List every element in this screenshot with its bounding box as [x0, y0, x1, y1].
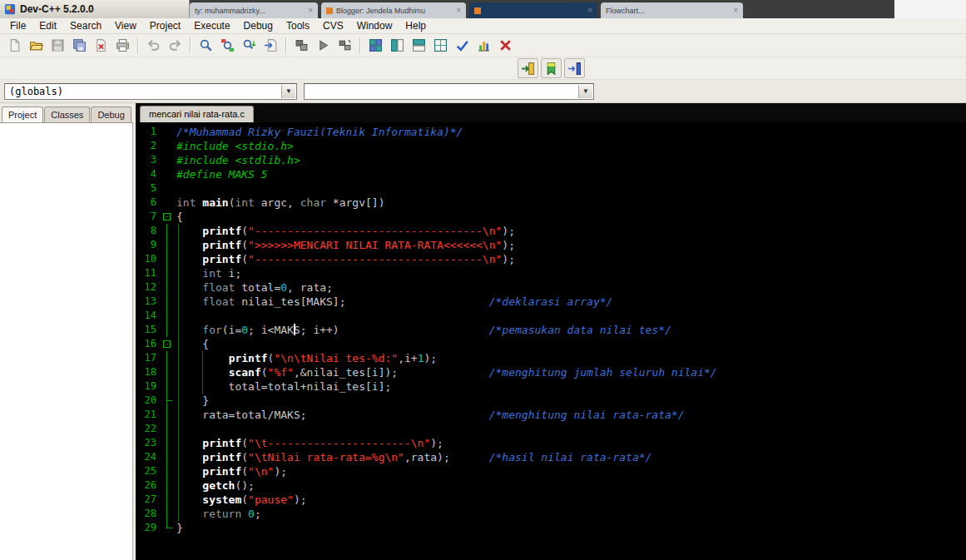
code-line[interactable]: 9 printf(">>>>>>MENCARI NILAI RATA-RATA<…: [136, 238, 966, 252]
code-line[interactable]: 14: [136, 309, 966, 323]
menu-view[interactable]: View: [108, 18, 143, 33]
titlebar[interactable]: Dev-C++ 5.2.0.0: [0, 0, 190, 18]
toggle-bookmark-button[interactable]: [541, 58, 562, 78]
tab-debug[interactable]: Debug: [91, 107, 131, 122]
close-icon[interactable]: ×: [451, 6, 461, 15]
line-number[interactable]: 18: [136, 365, 161, 379]
line-number[interactable]: 5: [136, 181, 161, 196]
code-text[interactable]: rata=total/MAKS; /*menghitung nilai rata…: [174, 408, 685, 422]
fold-margin[interactable]: [161, 379, 174, 394]
fold-margin[interactable]: -: [161, 337, 174, 351]
code-text[interactable]: printf("\n\tNilai tes-%d:",i+1);: [174, 351, 437, 365]
code-line[interactable]: 13 float nilai_tes[MAKS]; /*deklarasi ar…: [136, 295, 966, 309]
remove-from-project-button[interactable]: [387, 36, 408, 56]
code-text[interactable]: system("pause");: [174, 493, 307, 507]
code-line[interactable]: 1/*Muhammad Rizky Fauzi(Teknik Informati…: [136, 125, 966, 139]
code-line[interactable]: 4#define MAKS 5: [136, 167, 966, 181]
browser-tab[interactable]: Flowchart... ×: [601, 2, 743, 18]
code-text[interactable]: float nilai_tes[MAKS]; /*deklarasi array…: [174, 295, 612, 309]
code-text[interactable]: }: [174, 521, 183, 535]
code-text[interactable]: scanf("%f",&nilai_tes[i]); /*menghitung …: [174, 365, 717, 379]
print-button[interactable]: [112, 36, 133, 56]
fold-margin[interactable]: [161, 139, 174, 153]
run-button[interactable]: [313, 36, 334, 56]
code-line[interactable]: 18 scanf("%f",&nilai_tes[i]); /*menghitu…: [136, 365, 966, 379]
code-text[interactable]: printf("--------------------------------…: [174, 224, 515, 238]
code-line[interactable]: 29}: [136, 521, 966, 535]
close-icon[interactable]: ×: [728, 6, 738, 15]
line-number[interactable]: 13: [136, 295, 161, 309]
menu-file[interactable]: File: [3, 18, 32, 33]
redo-button[interactable]: [165, 36, 186, 56]
tab-classes[interactable]: Classes: [44, 107, 90, 122]
code-text[interactable]: /*Muhammad Rizky Fauzi(Teknik Informatik…: [174, 125, 463, 139]
fold-margin[interactable]: [161, 478, 174, 493]
line-number[interactable]: 10: [136, 252, 161, 266]
close-icon[interactable]: ×: [582, 6, 592, 15]
menu-help[interactable]: Help: [399, 18, 433, 33]
close-file-button[interactable]: [91, 36, 111, 56]
find-next-button[interactable]: [239, 36, 260, 56]
save-button[interactable]: [47, 36, 68, 56]
fold-margin[interactable]: [161, 436, 174, 450]
code-text[interactable]: #include <stdlib.h>: [174, 153, 300, 167]
compile-button[interactable]: [291, 36, 312, 56]
code-line[interactable]: 21 rata=total/MAKS; /*menghitung nilai r…: [136, 408, 966, 422]
browser-tab[interactable]: ×: [469, 2, 597, 18]
replace-button[interactable]: [217, 36, 238, 56]
menu-project[interactable]: Project: [143, 18, 187, 33]
code-line[interactable]: 28 return 0;: [136, 507, 966, 521]
line-number[interactable]: 26: [136, 478, 161, 493]
add-to-project-button[interactable]: [365, 36, 386, 56]
menu-search[interactable]: Search: [63, 18, 108, 33]
code-text[interactable]: total=total+nilai_tes[i];: [174, 379, 391, 394]
code-text[interactable]: printf("\t----------------------\n");: [174, 436, 443, 450]
line-number[interactable]: 28: [136, 507, 161, 521]
project-tree[interactable]: [0, 122, 133, 560]
fold-margin[interactable]: [161, 224, 174, 238]
fold-margin[interactable]: [161, 521, 174, 535]
code-line[interactable]: 22: [136, 422, 966, 436]
fold-margin[interactable]: [161, 252, 174, 266]
code-text[interactable]: for(i=0; i<MAKS; i++) /*pemasukan data n…: [174, 323, 671, 337]
code-text[interactable]: [174, 422, 176, 436]
line-number[interactable]: 8: [136, 224, 161, 238]
line-number[interactable]: 21: [136, 408, 161, 422]
line-number[interactable]: 24: [136, 450, 161, 464]
code-line[interactable]: 7-{: [136, 210, 966, 224]
code-line[interactable]: 17 printf("\n\tNilai tes-%d:",i+1);: [136, 351, 966, 365]
code-text[interactable]: float total=0, rata;: [174, 280, 333, 295]
line-number[interactable]: 22: [136, 422, 161, 436]
code-line[interactable]: 23 printf("\t----------------------\n");: [136, 436, 966, 450]
code-line[interactable]: 6int main(int argc, char *argv[]): [136, 196, 966, 210]
menu-tools[interactable]: Tools: [280, 18, 316, 33]
line-number[interactable]: 12: [136, 280, 161, 295]
line-number[interactable]: 7: [136, 210, 161, 224]
line-number[interactable]: 23: [136, 436, 161, 450]
fold-margin[interactable]: [161, 309, 174, 323]
fold-margin[interactable]: [161, 125, 174, 139]
fold-margin[interactable]: [161, 238, 174, 252]
code-text[interactable]: {: [174, 210, 183, 224]
goto-line-button[interactable]: [260, 36, 281, 56]
fold-margin[interactable]: [161, 167, 174, 181]
editor-tab[interactable]: mencari nilai rata-rata.c: [140, 106, 254, 122]
globals-combobox[interactable]: (globals) ▼: [4, 83, 297, 100]
line-number[interactable]: 11: [136, 266, 161, 280]
code-line[interactable]: 15 for(i=0; i<MAKS; i++) /*pemasukan dat…: [136, 323, 966, 337]
fold-margin[interactable]: [161, 295, 174, 309]
fold-margin[interactable]: [161, 422, 174, 436]
fold-margin[interactable]: [161, 464, 174, 478]
chevron-down-icon[interactable]: ▼: [281, 85, 295, 98]
code-line[interactable]: 24 printf("\tNilai rata-rata=%g\n",rata)…: [136, 450, 966, 464]
fold-margin[interactable]: [161, 408, 174, 422]
code-text[interactable]: {: [174, 337, 209, 351]
new-source-button[interactable]: [4, 36, 25, 56]
browser-tab[interactable]: Blogger: Jendela Mudhimu ×: [321, 2, 466, 18]
line-number[interactable]: 19: [136, 379, 161, 394]
fold-margin[interactable]: [161, 323, 174, 337]
code-line[interactable]: 26 getch();: [136, 478, 966, 493]
undo-button[interactable]: [143, 36, 164, 56]
tab-project[interactable]: Project: [2, 107, 43, 122]
line-number[interactable]: 17: [136, 351, 161, 365]
